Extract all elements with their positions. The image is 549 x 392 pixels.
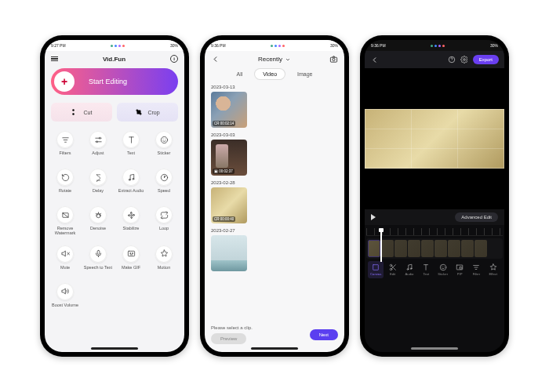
clip-segment[interactable]: [434, 240, 447, 257]
preview-button: Preview: [211, 333, 246, 344]
clip-segment[interactable]: [448, 240, 460, 257]
info-icon[interactable]: i: [170, 55, 178, 63]
video-thumbnail[interactable]: CR 00:00:40: [211, 187, 247, 223]
video-thumbnail[interactable]: ▣ 00:00:07: [211, 235, 247, 271]
gesture-bar[interactable]: [91, 347, 138, 350]
clip-segment[interactable]: [408, 240, 420, 257]
clip-segment[interactable]: [381, 240, 394, 257]
start-editing-button[interactable]: + Start Editing: [51, 68, 178, 95]
editor-tool-label: Text: [423, 272, 429, 276]
export-button[interactable]: Export: [473, 55, 499, 64]
tool-label: Speech to Text: [84, 265, 112, 274]
tool-grid: FiltersAdjustTextStickerRotateDelayExtra…: [45, 126, 184, 321]
crop-icon: [135, 108, 143, 116]
speed-icon: [155, 169, 173, 186]
status-bar: 9:36 PM 30%: [365, 40, 504, 51]
status-bar: 9:36 PM 30%: [205, 40, 344, 51]
denoise-icon: [89, 206, 107, 223]
editor-tool-canvas[interactable]: Canvas: [368, 261, 384, 278]
editor-tool-text[interactable]: Text: [418, 261, 434, 278]
edit-icon: [389, 263, 397, 271]
tool-label: Text: [127, 151, 135, 159]
tool-label: Motion: [158, 265, 171, 274]
editor-tool-label: Audio: [405, 272, 414, 276]
tool-delay[interactable]: Delay: [82, 165, 114, 201]
advanced-edit-button[interactable]: Advanced Edit: [455, 212, 498, 222]
editor-tool-audio[interactable]: Audio: [402, 261, 417, 278]
tool-text[interactable]: Text: [115, 128, 147, 164]
next-button[interactable]: Next: [310, 329, 338, 340]
tool-rotate[interactable]: Rotate: [49, 165, 81, 201]
tab-all[interactable]: All: [228, 69, 250, 79]
editor-tool-label: PIP: [457, 272, 463, 276]
crop-label: Crop: [147, 110, 159, 115]
status-bar: 9:27 PM 30%: [45, 40, 184, 51]
timeline[interactable]: CanvasEditAudioTextStickerPIPFilterEffec…: [365, 225, 504, 352]
status-time: 9:36 PM: [371, 43, 386, 48]
editor-tool-sticker[interactable]: Sticker: [435, 261, 451, 278]
clip-segment[interactable]: [474, 240, 487, 257]
group-date: 2023-02-27: [211, 228, 338, 233]
status-time: 9:36 PM: [211, 43, 226, 48]
camera-icon[interactable]: [329, 55, 338, 64]
settings-icon[interactable]: [460, 56, 468, 64]
status-battery: 30%: [170, 43, 178, 48]
tool-extract-audio[interactable]: Extract Audio: [115, 165, 147, 201]
video-thumbnail[interactable]: CR 00:02:14: [211, 92, 247, 128]
editor-tool-filter[interactable]: Filter: [468, 261, 484, 278]
tool-speech-to-text[interactable]: Speech to Text: [82, 242, 114, 278]
filters-icon: [56, 131, 74, 148]
tool-label: Filters: [60, 151, 71, 159]
tool-remove-watermark[interactable]: Remove Watermark: [49, 203, 81, 241]
gesture-bar[interactable]: [251, 347, 298, 350]
tool-speed[interactable]: Speed: [148, 165, 180, 201]
delay-icon: [89, 169, 107, 186]
clip-segment[interactable]: [461, 240, 474, 257]
tool-filters[interactable]: Filters: [49, 128, 81, 164]
tool-boost-volume[interactable]: Boost Volume: [49, 280, 81, 316]
editor-tool-pip[interactable]: PIP: [452, 261, 467, 278]
sort-dropdown[interactable]: Recently: [258, 56, 291, 63]
back-icon[interactable]: [370, 56, 379, 64]
clip-segment[interactable]: [421, 240, 434, 257]
tool-label: Sticker: [158, 151, 171, 159]
time-ruler[interactable]: [366, 228, 503, 236]
video-thumbnail[interactable]: ▣ 00:02:37: [211, 140, 247, 176]
back-icon[interactable]: [211, 55, 220, 64]
play-button[interactable]: [371, 214, 376, 220]
video-preview[interactable]: [365, 68, 504, 209]
tool-mute[interactable]: Mute: [49, 242, 81, 278]
clip-segment[interactable]: [368, 240, 380, 257]
tool-sticker[interactable]: Sticker: [148, 128, 180, 164]
svg-rect-24: [460, 267, 462, 270]
tab-image[interactable]: Image: [289, 69, 320, 79]
tool-loop[interactable]: Loop: [148, 203, 180, 241]
playhead[interactable]: [380, 230, 382, 262]
cut-button[interactable]: Cut: [51, 103, 112, 122]
tool-adjust[interactable]: Adjust: [82, 128, 114, 164]
cut-label: Cut: [84, 110, 93, 115]
media-list: 2023-03-13CR 00:02:142023-03-03▣ 00:02:3…: [205, 83, 344, 321]
svg-rect-10: [128, 251, 134, 256]
extract-audio-icon: [122, 169, 140, 186]
editor-tool-effect[interactable]: Effect: [485, 261, 501, 278]
group-date: 2023-03-13: [211, 85, 338, 89]
tool-motion[interactable]: Motion: [148, 242, 180, 278]
video-track[interactable]: [366, 238, 503, 259]
svg-point-4: [132, 178, 133, 180]
gesture-bar[interactable]: [411, 347, 458, 350]
boost-volume-icon: [56, 283, 74, 300]
tool-denoise[interactable]: Denoise: [82, 203, 114, 241]
crop-button[interactable]: Crop: [117, 103, 178, 122]
mute-icon: [56, 245, 74, 263]
menu-icon[interactable]: [51, 56, 58, 61]
tab-video[interactable]: Video: [255, 69, 285, 79]
editor-tool-edit[interactable]: Edit: [384, 261, 400, 278]
editor-toolbar: CanvasEditAudioTextStickerPIPFilterEffec…: [366, 259, 503, 278]
tool-make-gif[interactable]: Make GIF: [115, 242, 147, 278]
svg-point-1: [72, 113, 75, 115]
help-icon[interactable]: [448, 56, 456, 64]
tool-stabilize[interactable]: Stabilize: [115, 203, 147, 241]
scissors-icon: [71, 108, 79, 116]
clip-segment[interactable]: [394, 240, 407, 257]
